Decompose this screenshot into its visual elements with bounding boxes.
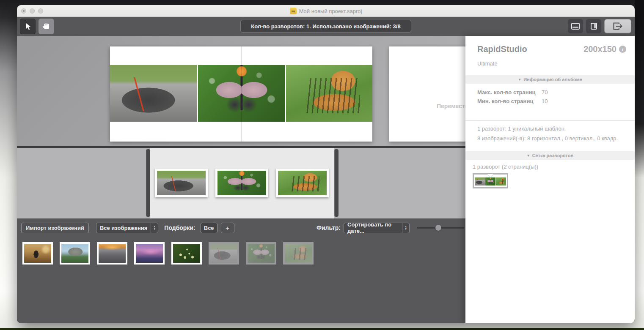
info-panel: RapidStudio 200x150 i Ultimate ▼ Информа…	[465, 36, 635, 323]
toggle-right-panel-button[interactable]	[586, 19, 601, 33]
desktop-background-edge	[635, 0, 644, 177]
library-thumb-sunset[interactable]	[134, 242, 165, 265]
spread-photo-butterfly[interactable]	[198, 65, 285, 122]
grid-header-label: Сетка разворотов	[532, 153, 574, 158]
grid-caption: 1 разворот (2 страниц(ы))	[473, 164, 538, 170]
desktop-background-strip	[0, 328, 644, 330]
current-spread-page[interactable]	[110, 46, 372, 142]
library-thumb-car-used[interactable]	[209, 242, 239, 265]
export-button[interactable]	[604, 19, 631, 33]
horizontal-split-icon	[571, 23, 580, 30]
edition-label: Ultimate	[477, 60, 498, 67]
collapse-arrow-icon: ▼	[518, 78, 521, 82]
grid-photo-car	[475, 177, 485, 185]
max-pages-label: Макс. кол-во страниц	[477, 89, 536, 95]
add-collection-button[interactable]: +	[221, 223, 234, 233]
filmstrip-right-handle[interactable]	[334, 149, 339, 217]
min-pages-value: 10	[542, 98, 548, 104]
library-thumb-road[interactable]	[97, 242, 127, 265]
spread-filmstrip-band	[17, 148, 465, 218]
collection-all-button[interactable]: Все	[201, 223, 217, 233]
filmstrip-thumb-car[interactable]	[155, 169, 208, 197]
album-size: 200x150	[583, 44, 616, 54]
minimize-button[interactable]	[30, 8, 35, 14]
album-info-header-label: Информация об альбоме	[523, 77, 582, 82]
spread-photo-tiger[interactable]	[286, 65, 372, 122]
document-icon: sa	[290, 8, 297, 14]
panel-divider	[465, 120, 635, 121]
max-pages-value: 70	[542, 89, 548, 95]
hand-tool-button[interactable]	[39, 19, 54, 34]
close-button[interactable]	[21, 8, 26, 14]
pointer-icon	[24, 22, 32, 31]
filmstrip-thumb-tiger[interactable]	[276, 169, 329, 197]
grid-photo-tiger	[496, 177, 506, 185]
vertical-split-icon	[591, 23, 597, 30]
pointer-tool-button[interactable]	[20, 19, 36, 34]
filter-label: Фильтр:	[316, 224, 341, 231]
spread-grid-thumbnail[interactable]	[473, 173, 508, 188]
zoom-button[interactable]	[38, 8, 43, 14]
import-images-button[interactable]: Импорт изображений	[21, 223, 89, 233]
info-icon[interactable]: i	[619, 46, 626, 53]
grid-photo-butterfly	[485, 177, 495, 185]
library-thumb-mountain[interactable]	[60, 242, 90, 265]
filmstrip-thumb-butterfly[interactable]	[215, 169, 268, 197]
stepper-icon: ▲▼	[402, 223, 409, 233]
collapse-arrow-icon: ▼	[527, 154, 530, 158]
export-icon	[612, 22, 623, 30]
library-strip	[17, 242, 465, 267]
image-source-dropdown[interactable]: Все изображения ▲▼	[96, 223, 158, 233]
image-source-value: Все изображения	[96, 223, 151, 233]
min-pages-label: Мин. кол-во страниц	[477, 98, 533, 104]
toggle-bottom-panel-button[interactable]	[568, 19, 583, 33]
filmstrip-left-handle[interactable]	[146, 149, 150, 217]
title-bar: sa Мой новый проект.saproj	[17, 5, 635, 17]
library-thumb-butterfly-used[interactable]	[246, 242, 276, 265]
traffic-lights	[21, 8, 43, 14]
spread-filmstrip[interactable]	[150, 148, 334, 218]
min-pages-row: Мин. кол-во страниц 10	[477, 98, 533, 104]
library-thumb-flowers[interactable]	[171, 242, 202, 265]
sort-dropdown[interactable]: Сортировать по дате... ▲▼	[344, 223, 410, 233]
library-thumb-tiger-used[interactable]	[283, 242, 314, 265]
grid-fold-notch	[487, 174, 493, 177]
stepper-icon: ▲▼	[151, 223, 158, 233]
spread-fold-line	[241, 46, 242, 142]
max-pages-row: Макс. кол-во страниц 70	[477, 89, 536, 95]
spread-pointer-notch	[142, 131, 154, 136]
spread-photo-car[interactable]	[110, 65, 197, 122]
status-bar: Кол-во разворотов: 1. Использовано изобр…	[240, 20, 411, 33]
images-summary: 8 изображений(-я): 8 горизонтал., 0 верт…	[477, 135, 628, 142]
collections-label: Подборки:	[164, 224, 195, 231]
sort-value: Сортировать по дате...	[344, 223, 402, 233]
brand-title: RapidStudio	[477, 44, 527, 54]
library-thumb-woman[interactable]	[22, 242, 53, 265]
app-window: sa Мой новый проект.saproj Кол-во	[17, 5, 635, 323]
slider-thumb[interactable]	[435, 225, 441, 231]
library-toolbar: Импорт изображений Все изображения ▲▼ По…	[17, 221, 465, 235]
spread-grid-section-header[interactable]: ▼ Сетка разворотов	[465, 151, 635, 160]
window-title: Мой новый проект.saproj	[299, 8, 362, 14]
spread-summary: 1 разворот: 1 уникальный шаблон.	[477, 125, 628, 132]
main-toolbar: Кол-во разворотов: 1. Использовано изобр…	[17, 17, 635, 36]
album-info-section-header[interactable]: ▼ Информация об альбоме	[465, 75, 635, 84]
hand-icon	[42, 22, 51, 31]
thumbnail-zoom-slider[interactable]	[417, 227, 464, 229]
